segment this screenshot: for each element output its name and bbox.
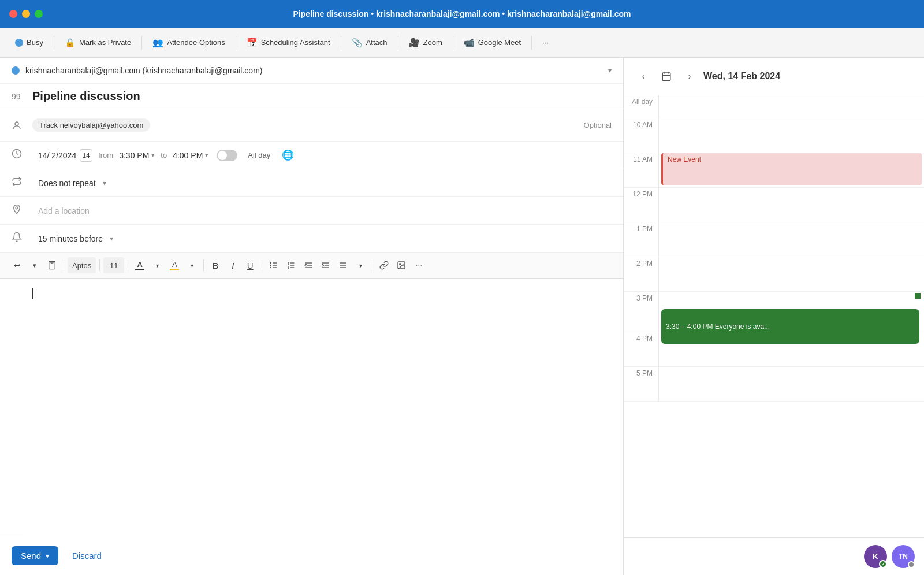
mark-private-button[interactable]: 🔒 Mark as Private <box>59 34 137 51</box>
date-text: 14/ 2/2024 <box>38 151 76 160</box>
undo-button[interactable]: ↩ <box>9 257 25 273</box>
allday-area <box>658 95 924 118</box>
calendar-view-button[interactable] <box>657 67 676 86</box>
time-label-3pm: 3 PM <box>624 292 658 302</box>
svg-point-0 <box>15 122 18 125</box>
time-label-1pm: 1 PM <box>624 222 658 233</box>
numbered-list-button[interactable] <box>283 257 299 273</box>
attendee-chip[interactable]: Track nelvoybalaji@yahoo.com <box>32 118 150 132</box>
highlight-button[interactable]: A <box>166 257 182 273</box>
calendar-dropdown-icon[interactable]: ▾ <box>608 66 612 75</box>
discard-button[interactable]: Discard <box>65 546 109 565</box>
clipboard-button[interactable] <box>44 257 60 273</box>
fmt-separator-2 <box>99 259 100 271</box>
calendar-timeline[interactable]: All day 10 AM 11 AM New Event 12 PM <box>624 95 924 537</box>
highlight-color-bar <box>170 269 179 270</box>
send-button[interactable]: Send ▾ <box>12 546 58 565</box>
calendar-picker-icon[interactable]: 14 <box>80 149 92 162</box>
busy-button[interactable]: Busy <box>9 35 49 50</box>
current-event-block[interactable]: 3:30 – 4:00 PM Everyone is ava... <box>661 309 919 344</box>
reminder-value: 15 minutes before <box>38 234 103 243</box>
time-row-3pm: 3 PM 3:30 – 4:00 PM Everyone is ava... <box>624 292 924 332</box>
repeat-selector[interactable]: Does not repeat ▾ <box>38 179 106 188</box>
calendar-prev-button[interactable]: ‹ <box>635 68 651 84</box>
svg-rect-24 <box>662 73 670 81</box>
zoom-button[interactable]: 🎥 Zoom <box>403 34 448 51</box>
end-time-value: 4:00 PM <box>173 151 203 160</box>
link-button[interactable] <box>376 257 392 273</box>
alignment-chevron[interactable]: ▾ <box>352 257 368 273</box>
attendee-options-button[interactable]: 👥 Attendee Options <box>147 34 230 51</box>
bold-button[interactable]: B <box>207 257 223 273</box>
event-date[interactable]: 14/ 2/2024 14 <box>38 149 92 162</box>
allday-row: All day <box>624 95 924 118</box>
close-button[interactable] <box>9 10 17 18</box>
google-meet-label: Google Meet <box>478 38 521 47</box>
toolbar-separator-4 <box>341 36 341 50</box>
highlight-icon: A <box>172 260 177 269</box>
toolbar-separator-1 <box>54 36 54 50</box>
start-time[interactable]: 3:30 PM ▾ <box>119 151 155 160</box>
more-format-button[interactable]: ··· <box>411 257 427 273</box>
alignment-button[interactable] <box>335 257 351 273</box>
avatar-k-badge: ✓ <box>879 560 887 568</box>
all-day-toggle[interactable] <box>217 150 237 161</box>
main-layout: krishnacharanbalaji@gmail.com (krishnach… <box>0 58 924 575</box>
increase-indent-button[interactable] <box>318 257 334 273</box>
reminder-selector[interactable]: 15 minutes before ▾ <box>38 234 113 243</box>
time-label-2pm: 2 PM <box>624 257 658 268</box>
avatar-k: K ✓ <box>864 545 887 568</box>
zoom-label: Zoom <box>423 38 442 47</box>
event-title-input[interactable] <box>32 90 612 103</box>
fmt-separator-6 <box>372 259 372 271</box>
scheduling-label: Scheduling Assistant <box>261 38 330 47</box>
google-meet-button[interactable]: 📹 Google Meet <box>458 34 527 51</box>
decrease-indent-button[interactable] <box>300 257 316 273</box>
to-label: to <box>161 151 167 159</box>
font-color-chevron[interactable]: ▾ <box>149 257 165 273</box>
font-size-input[interactable] <box>103 257 124 273</box>
lock-icon: 🔒 <box>65 38 76 48</box>
busy-dot-icon <box>15 39 23 47</box>
time-area-3pm: 3:30 – 4:00 PM Everyone is ava... <box>658 292 924 332</box>
calendar-next-button[interactable]: › <box>681 68 698 84</box>
font-selector[interactable]: Aptos <box>68 257 96 273</box>
end-time[interactable]: 4:00 PM ▾ <box>173 151 208 160</box>
toolbar-separator-7 <box>531 36 532 50</box>
attach-button[interactable]: 📎 Attach <box>346 34 393 51</box>
image-button[interactable] <box>393 257 409 273</box>
new-event-block[interactable]: New Event <box>661 153 922 185</box>
minimize-button[interactable] <box>22 10 30 18</box>
font-color-button[interactable]: A <box>132 257 148 273</box>
bullet-list-button[interactable] <box>266 257 282 273</box>
send-chevron-icon[interactable]: ▾ <box>46 552 49 560</box>
calendar-name: krishnacharanbalaji@gmail.com (krishnach… <box>25 66 602 75</box>
row-number: 99 <box>12 92 24 101</box>
attendee-options-label: Attendee Options <box>167 38 225 47</box>
attach-label: Attach <box>366 38 388 47</box>
attendees-content: Track nelvoybalaji@yahoo.com Optional <box>32 118 612 132</box>
scheduling-assistant-button[interactable]: 📅 Scheduling Assistant <box>241 34 336 51</box>
time-label-10am: 10 AM <box>624 118 658 129</box>
message-body[interactable] <box>0 279 623 394</box>
title-row: 99 <box>0 84 623 109</box>
time-label-5pm: 5 PM <box>624 367 658 377</box>
redo-dropdown-button[interactable]: ▾ <box>27 257 43 273</box>
reminder-chevron-icon: ▾ <box>110 235 113 243</box>
underline-button[interactable]: U <box>242 257 258 273</box>
allday-label: All day <box>624 95 658 118</box>
end-time-chevron[interactable]: ▾ <box>205 151 208 159</box>
location-icon <box>12 204 32 217</box>
time-row-1pm: 1 PM <box>624 222 924 257</box>
repeat-row: Does not repeat ▾ <box>0 169 623 197</box>
repeat-icon <box>12 176 32 190</box>
location-input[interactable]: Add a location <box>38 206 90 216</box>
time-label-11am: 11 AM <box>624 153 658 164</box>
highlight-chevron[interactable]: ▾ <box>184 257 200 273</box>
more-options-button[interactable]: ··· <box>536 35 554 50</box>
time-area-2pm <box>658 257 924 291</box>
start-time-chevron[interactable]: ▾ <box>151 151 155 159</box>
maximize-button[interactable] <box>35 10 43 18</box>
italic-button[interactable]: I <box>225 257 241 273</box>
timezone-icon[interactable]: 🌐 <box>282 149 294 161</box>
